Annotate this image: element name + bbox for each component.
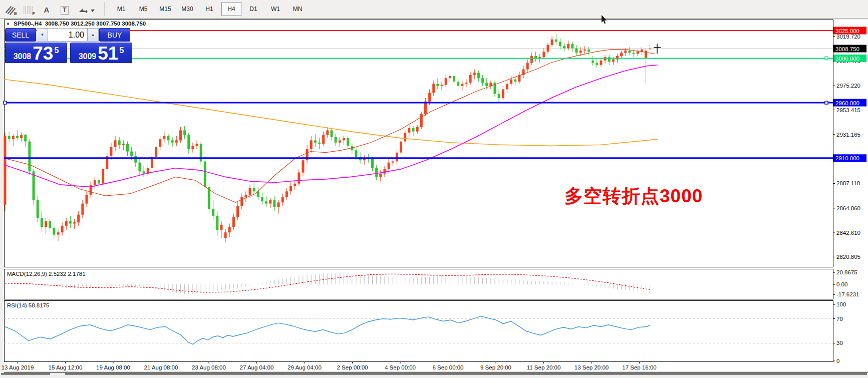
date-label: 6 Sep 00:00 (432, 364, 463, 370)
volume-input[interactable] (48, 28, 87, 42)
chart-annotation-text[interactable]: 多空转折点3000 (564, 184, 703, 209)
letter-a-icon[interactable]: A (39, 2, 54, 16)
candle-body (477, 73, 480, 78)
date-label: 11 Sep 20:00 (527, 364, 561, 370)
price-tick-label: 2820.805 (836, 254, 860, 260)
candle-body (633, 53, 635, 54)
icon-sub-label: F (33, 11, 36, 16)
buy-price-display[interactable]: 3009 51 5 (70, 43, 132, 63)
rsi-label: RSI(14) 58.8175 (7, 302, 49, 308)
candle-body (498, 94, 500, 98)
candle-body (310, 140, 313, 149)
timeframe-button-m1[interactable]: M1 (111, 2, 131, 16)
sell-price-small: 3008 (14, 52, 32, 62)
date-label: 2 Sep 00:00 (337, 364, 368, 370)
timeframe-button-h1[interactable]: H1 (199, 2, 219, 16)
buy-price-small: 3009 (79, 52, 97, 62)
candle-body (102, 169, 104, 184)
candle-body (485, 83, 488, 86)
date-label: 27 Aug 04:00 (240, 364, 274, 370)
candle-body (612, 60, 615, 62)
candle-body (159, 139, 161, 147)
candle-body (649, 49, 651, 50)
candle-body (281, 197, 284, 202)
candle-body (86, 195, 88, 204)
candle-body (388, 163, 390, 169)
candle-body (175, 140, 178, 142)
candle-body (81, 204, 84, 215)
candle-body (567, 44, 569, 49)
volume-decrease-button[interactable]: ▼ (37, 28, 48, 42)
candle-body (465, 83, 467, 84)
rsi-panel[interactable] (5, 301, 833, 362)
date-label: 13 Aug 2019 (2, 364, 34, 370)
line-handle[interactable] (4, 101, 7, 104)
cursor-arrows-icon[interactable] (75, 2, 96, 16)
candle-body (20, 135, 23, 138)
candle-body (269, 200, 271, 204)
candle-body (371, 159, 374, 168)
one-click-trading-panel: SELL ▼ ▲ BUY 3008 73 5 3009 51 5 (5, 28, 133, 63)
candle-body (49, 221, 51, 228)
candle-body (514, 79, 516, 81)
collapse-icon[interactable]: ▲ (6, 21, 10, 26)
candle-body (314, 140, 317, 142)
candle-body (408, 128, 410, 133)
grid-fibo-icon[interactable]: F (21, 2, 36, 16)
candle-body (73, 222, 76, 223)
candle-body (502, 89, 504, 98)
candle-body (183, 130, 186, 135)
candle-body (542, 52, 545, 57)
timeframe-button-h4[interactable]: H4 (221, 2, 241, 16)
candle-body (510, 79, 512, 84)
candle-body (118, 140, 121, 145)
candle-body (130, 151, 133, 156)
candle-body (436, 84, 439, 86)
volume-increase-button[interactable]: ▲ (87, 28, 99, 42)
text-box-icon[interactable]: T (57, 2, 72, 16)
candle-body (592, 61, 594, 63)
timeframe-button-m30[interactable]: M30 (177, 2, 197, 16)
timeframe-button-m5[interactable]: M5 (133, 2, 153, 16)
candle-body (604, 57, 607, 61)
timeframe-button-mn[interactable]: MN (287, 2, 308, 16)
macd-panel[interactable] (5, 269, 833, 299)
candle-body (232, 217, 235, 227)
trade-prices-row: 3008 73 5 3009 51 5 (5, 43, 133, 63)
crayons-expert-icon[interactable]: E (3, 2, 18, 16)
rsi-scale-label: 0 (836, 358, 839, 364)
line-handle[interactable] (825, 57, 828, 60)
timeframe-button-w1[interactable]: W1 (265, 2, 285, 16)
candle-body (8, 136, 11, 139)
candle-body (37, 200, 39, 218)
date-label: 21 Aug 08:00 (144, 364, 178, 370)
candle-body (187, 135, 190, 149)
candle-body (379, 174, 382, 177)
rsi-scale-label: 30 (836, 340, 843, 346)
candle-body (616, 56, 619, 60)
candle-body (416, 127, 419, 132)
candle-body (453, 76, 455, 82)
candle-body (343, 138, 345, 140)
line-handle[interactable] (825, 101, 828, 104)
sell-price-display[interactable]: 3008 73 5 (5, 43, 67, 63)
candle-body (584, 50, 586, 51)
candle-body (318, 143, 321, 144)
buy-button[interactable]: BUY (99, 28, 130, 42)
toolbar-separator (103, 3, 106, 16)
candle-body (163, 136, 165, 139)
timeframe-button-d1[interactable]: D1 (243, 2, 263, 16)
candle-body (41, 218, 43, 227)
candle-body (110, 147, 112, 156)
price-tick-label: 2842.610 (836, 230, 860, 236)
candle-body (404, 133, 406, 142)
candle-body (277, 202, 280, 207)
candle-body (273, 200, 275, 207)
rsi-scale-label: 70 (836, 316, 843, 322)
timeframe-button-m15[interactable]: M15 (155, 2, 175, 16)
candle-body (641, 50, 643, 52)
date-label: 19 Aug 08:00 (96, 364, 130, 370)
macd-scale-label: 0.00 (836, 281, 847, 287)
sell-button[interactable]: SELL (5, 28, 36, 42)
candle-body (228, 227, 231, 232)
